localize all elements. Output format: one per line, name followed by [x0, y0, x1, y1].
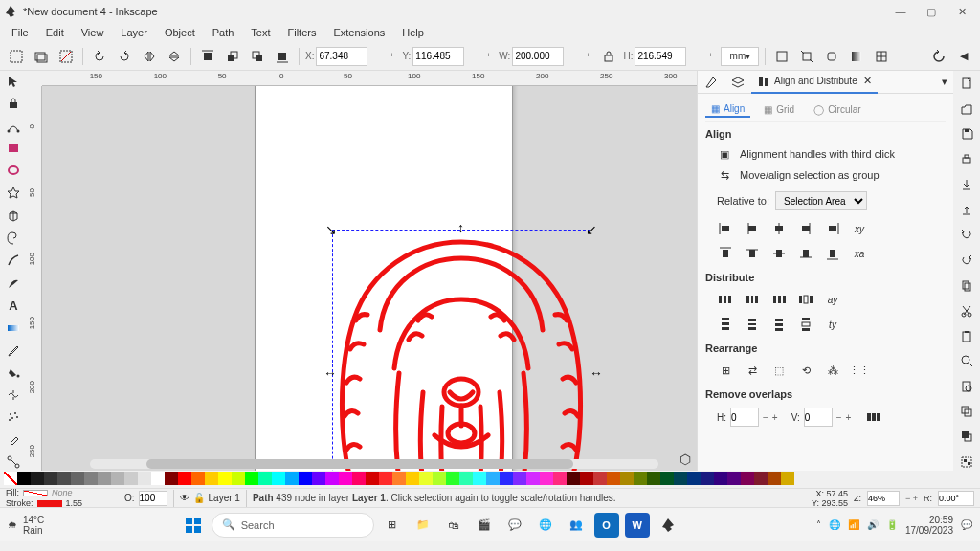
- swatch[interactable]: [191, 472, 205, 485]
- inkscape-taskbar-icon[interactable]: [656, 513, 680, 538]
- y-spinner-plus[interactable]: +: [481, 47, 495, 66]
- h-input[interactable]: [635, 47, 686, 66]
- rearrange-zorder[interactable]: ⬚: [770, 362, 788, 379]
- x-input[interactable]: [316, 47, 368, 66]
- handle-n[interactable]: ↕: [457, 220, 467, 230]
- subtab-align[interactable]: ▦ Align: [705, 101, 750, 118]
- swatch[interactable]: [245, 472, 258, 485]
- dist-left[interactable]: [717, 291, 734, 308]
- clock[interactable]: 20:59 17/09/2023: [905, 515, 953, 536]
- zoom-input[interactable]: [867, 491, 900, 506]
- swatch[interactable]: [553, 472, 567, 485]
- overlap-v-input[interactable]: [804, 408, 833, 427]
- media-icon[interactable]: 🎬: [472, 513, 497, 538]
- rearrange-unclump[interactable]: ⋮⋮: [851, 362, 868, 379]
- swatch[interactable]: [419, 472, 433, 485]
- group-button-icon[interactable]: [957, 453, 976, 471]
- y-input[interactable]: [412, 47, 464, 66]
- cut-icon[interactable]: [957, 301, 976, 319]
- flip-h-icon[interactable]: [139, 46, 160, 67]
- x-spinner-plus[interactable]: +: [385, 47, 398, 66]
- overlap-h-input[interactable]: [730, 408, 759, 427]
- swatch[interactable]: [647, 472, 660, 485]
- swatch[interactable]: [727, 472, 741, 485]
- swatch[interactable]: [486, 472, 500, 485]
- export-icon[interactable]: [957, 201, 976, 218]
- edge-icon[interactable]: 🌐: [533, 513, 558, 538]
- swatch[interactable]: [392, 472, 406, 485]
- lower-icon[interactable]: [247, 46, 268, 67]
- dist-right[interactable]: [770, 291, 788, 308]
- import-icon[interactable]: [957, 176, 976, 193]
- paste-icon[interactable]: [957, 327, 976, 344]
- swatch[interactable]: [526, 472, 540, 485]
- tab-fill-stroke[interactable]: [698, 71, 724, 94]
- swatch[interactable]: [17, 472, 31, 485]
- close-button[interactable]: ✕: [955, 5, 969, 18]
- h-spinner-plus[interactable]: +: [703, 47, 717, 66]
- swatch[interactable]: [513, 472, 526, 485]
- dist-bottom[interactable]: [770, 316, 788, 333]
- align-bottom[interactable]: [797, 245, 814, 262]
- overlap-v-minus[interactable]: −: [836, 412, 842, 423]
- swatch[interactable]: [272, 472, 285, 485]
- color-mode-icon[interactable]: ⬡: [679, 452, 691, 467]
- remove-overlaps-button[interactable]: [866, 409, 881, 425]
- swatch[interactable]: [406, 472, 419, 485]
- connector-tool-icon[interactable]: [4, 453, 23, 470]
- overlap-h-plus[interactable]: +: [772, 412, 778, 423]
- unit-select[interactable]: mm ▾: [721, 47, 759, 66]
- handle-w[interactable]: ↔: [323, 365, 333, 375]
- align-right-edge[interactable]: [824, 220, 841, 237]
- star-tool-icon[interactable]: [4, 185, 23, 201]
- save-icon[interactable]: [957, 125, 976, 143]
- y-spinner[interactable]: −: [466, 47, 479, 66]
- option-thirdclick[interactable]: ▣ Alignment handles with third click: [705, 143, 946, 165]
- canvas[interactable]: ↘ ↕ ↙ ↔ ↔ ⬡: [42, 86, 697, 471]
- deselect-icon[interactable]: [56, 46, 77, 67]
- menu-filters[interactable]: Filters: [280, 25, 324, 40]
- swatch[interactable]: [71, 472, 84, 485]
- swatch[interactable]: [312, 472, 325, 485]
- raise-icon[interactable]: [222, 46, 243, 67]
- subtab-circular[interactable]: ◯ Circular: [808, 101, 866, 118]
- swatch[interactable]: [446, 472, 459, 485]
- start-button[interactable]: [181, 513, 206, 538]
- zoom-fit-icon[interactable]: [957, 352, 976, 369]
- swatch[interactable]: [4, 472, 17, 485]
- tab-align-distribute[interactable]: Align and Distribute ✕: [751, 71, 878, 94]
- align-center-v[interactable]: [770, 245, 788, 262]
- menu-text[interactable]: Text: [243, 25, 278, 40]
- eraser-tool-icon[interactable]: [4, 431, 23, 448]
- calligraphy-tool-icon[interactable]: [4, 275, 23, 291]
- swatch[interactable]: [701, 472, 714, 485]
- swatch[interactable]: [299, 472, 312, 485]
- swatch[interactable]: [540, 472, 553, 485]
- open-icon[interactable]: [957, 99, 976, 117]
- lower-bottom-icon[interactable]: [272, 46, 293, 67]
- swatch[interactable]: [84, 472, 98, 485]
- handle-ne[interactable]: ↙: [586, 222, 595, 231]
- dist-gaps-h[interactable]: [797, 291, 814, 308]
- flip-v-icon[interactable]: [164, 46, 185, 67]
- maximize-button[interactable]: ▢: [924, 5, 938, 18]
- dist-center-v[interactable]: [744, 316, 761, 333]
- print-icon[interactable]: [957, 150, 976, 167]
- swatch[interactable]: [205, 472, 218, 485]
- menu-object[interactable]: Object: [157, 25, 203, 40]
- dist-text-h[interactable]: ay: [824, 291, 841, 308]
- align-top-edge[interactable]: [717, 245, 734, 262]
- swatch[interactable]: [580, 472, 593, 485]
- subtab-grid[interactable]: ▦ Grid: [758, 101, 800, 118]
- rect-tool-icon[interactable]: [4, 140, 23, 156]
- text-tool-icon[interactable]: A: [4, 297, 23, 313]
- w-spinner-plus[interactable]: +: [581, 47, 594, 66]
- dropper-tool-icon[interactable]: [4, 342, 23, 358]
- swatch[interactable]: [366, 472, 379, 485]
- 3dbox-tool-icon[interactable]: [4, 208, 23, 224]
- x-spinner[interactable]: −: [369, 47, 383, 66]
- rearrange-graph[interactable]: ⊞: [717, 362, 734, 379]
- copy-icon[interactable]: [957, 276, 976, 294]
- fill-swatch[interactable]: [23, 490, 48, 496]
- select-all-icon[interactable]: [6, 46, 27, 67]
